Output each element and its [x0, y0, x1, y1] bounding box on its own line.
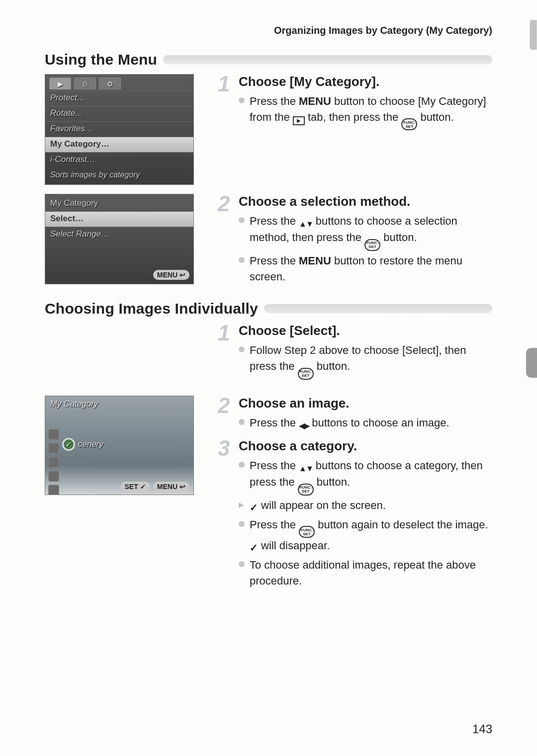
step-heading: Choose a selection method.	[239, 194, 492, 209]
camera-menu-screenshot-1: ▶ ⎙ ⚙ Protect… Rotate… Favorites… My Cat…	[45, 74, 194, 185]
tab-print-icon: ⎙	[74, 78, 96, 89]
menu-row-selected: My Category…	[45, 137, 193, 152]
step-bullet: Press the FUNC.SET button again to desel…	[239, 517, 492, 556]
step-number: 1	[218, 73, 230, 95]
category-icon	[48, 485, 59, 495]
check-icon	[250, 501, 258, 515]
tab-play-icon: ▶	[49, 78, 71, 89]
category-icons-column	[48, 429, 59, 495]
menu-title: My Category	[45, 194, 193, 211]
page-edge-tab-top	[530, 20, 537, 50]
step-number: 2	[218, 395, 230, 417]
step-bullet: Follow Step 2 above to choose [Select], …	[239, 342, 492, 379]
return-icon: ↩	[179, 271, 185, 279]
step-2-choose-selection-method: 2 Choose a selection method. Press the b…	[218, 194, 492, 284]
func-set-button-icon: FUNC.SET	[298, 484, 314, 496]
func-set-button-icon: FUNC.SET	[401, 118, 417, 130]
menu-help-text: Sorts images by category	[45, 168, 193, 184]
play-tab-icon	[293, 116, 305, 125]
tab-tools-icon: ⚙	[99, 78, 121, 89]
return-icon: ↩	[179, 483, 185, 491]
up-down-buttons-icon	[299, 218, 313, 230]
selected-check-icon: ✓	[62, 438, 75, 451]
step-1-choose-select: 1 Choose [Select]. Follow Step 2 above t…	[218, 323, 492, 379]
menu-row: Protect…	[45, 90, 193, 106]
step-heading: Choose an image.	[239, 396, 492, 411]
section-using-menu: Using the Menu	[45, 51, 492, 68]
menu-row: Favorites…	[45, 121, 193, 137]
step-1-choose-my-category: 1 Choose [My Category]. Press the MENU b…	[218, 74, 492, 130]
step-bullet: To choose additional images, repeat the …	[239, 557, 492, 589]
category-icon	[48, 457, 59, 468]
page-number: 143	[472, 722, 492, 736]
running-header: Organizing Images by Category (My Catego…	[45, 25, 492, 36]
step-2-choose-image: 2 Choose an image. Press the buttons to …	[218, 396, 492, 431]
section-choosing-individually: Choosing Images Individually	[45, 300, 492, 317]
section-title-text: Using the Menu	[45, 51, 157, 68]
menu-button-label: MENU	[299, 95, 331, 107]
menu-pill: MENU↩	[153, 482, 189, 492]
step-bullet: Press the MENU button to restore the men…	[239, 253, 492, 285]
menu-button-label: MENU	[299, 254, 331, 267]
step-3-choose-category: 3 Choose a category. Press the buttons t…	[218, 438, 492, 589]
func-set-button-icon: FUNC.SET	[299, 526, 315, 538]
step-number: 2	[218, 193, 230, 215]
step-heading: Choose [Select].	[239, 323, 492, 338]
section-title-text: Choosing Images Individually	[45, 300, 258, 317]
menu-row: Select Range…	[45, 227, 193, 242]
section-title-bar	[163, 55, 492, 64]
step-heading: Choose [My Category].	[239, 74, 492, 89]
step-number: 1	[218, 322, 230, 344]
check-icon	[250, 541, 258, 555]
menu-row: Rotate…	[45, 106, 193, 121]
up-down-buttons-icon	[299, 463, 313, 474]
step-bullet: Press the MENU button to choose [My Cate…	[239, 93, 492, 130]
category-icon	[48, 471, 59, 482]
menu-row: i-Contrast…	[45, 152, 193, 168]
step-number: 3	[218, 437, 230, 459]
func-set-button-icon: FUNC.SET	[364, 239, 380, 251]
step-bullet: Press the buttons to choose a selection …	[239, 213, 492, 251]
page-edge-tab-mid	[526, 348, 537, 378]
step-bullet: Press the buttons to choose a category, …	[239, 458, 492, 496]
set-pill: SET✓	[121, 482, 150, 492]
step-heading: Choose a category.	[239, 438, 492, 454]
camera-menu-screenshot-2: My Category Select… Select Range… MENU↩	[45, 194, 194, 284]
step-result: will appear on the screen.	[239, 498, 492, 515]
section-title-bar	[264, 304, 492, 313]
menu-back-pill: MENU↩	[153, 270, 189, 280]
check-icon: ✓	[140, 483, 146, 491]
menu-row-selected: Select…	[45, 211, 193, 227]
scenery-label: cenery	[78, 439, 103, 449]
step-bullet: Press the buttons to choose an image.	[239, 415, 492, 431]
category-icon	[48, 443, 59, 454]
category-icon	[48, 429, 59, 440]
left-right-buttons-icon	[299, 420, 309, 431]
camera-viewer-screenshot: My Category ✓ cenery SET✓ MENU↩	[45, 396, 194, 495]
func-set-button-icon: FUNC.SET	[298, 368, 314, 380]
viewer-title: My Category	[50, 399, 98, 409]
